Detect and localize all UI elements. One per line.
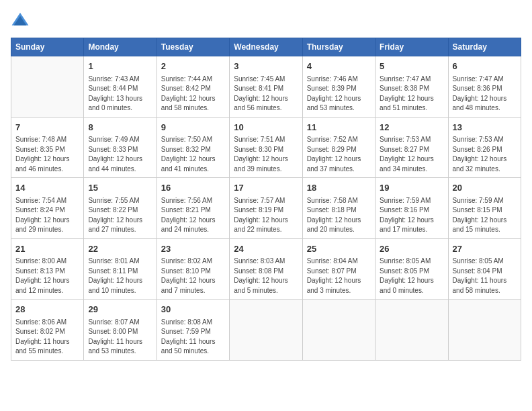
calendar-cell: 15Sunrise: 7:55 AMSunset: 8:22 PMDayligh… bbox=[84, 178, 157, 239]
day-number: 10 bbox=[234, 121, 298, 134]
day-info: Sunrise: 7:53 AMSunset: 8:27 PMDaylight:… bbox=[380, 135, 443, 174]
day-number: 6 bbox=[453, 60, 517, 73]
calendar-cell: 20Sunrise: 7:59 AMSunset: 8:15 PMDayligh… bbox=[448, 178, 521, 239]
calendar-week-row: 21Sunrise: 8:00 AMSunset: 8:13 PMDayligh… bbox=[11, 238, 521, 300]
day-info: Sunrise: 7:50 AMSunset: 8:32 PMDaylight:… bbox=[161, 135, 225, 174]
calendar-cell: 28Sunrise: 8:06 AMSunset: 8:02 PMDayligh… bbox=[11, 300, 84, 361]
day-number: 20 bbox=[453, 181, 517, 195]
calendar-cell: 18Sunrise: 7:58 AMSunset: 8:18 PMDayligh… bbox=[302, 178, 375, 239]
day-number: 11 bbox=[307, 121, 371, 134]
day-info: Sunrise: 7:59 AMSunset: 8:15 PMDaylight:… bbox=[453, 196, 517, 235]
weekday-header: Monday bbox=[84, 38, 157, 56]
logo-icon bbox=[11, 11, 30, 30]
day-info: Sunrise: 7:43 AMSunset: 8:44 PMDaylight:… bbox=[88, 75, 152, 113]
calendar-cell: 19Sunrise: 7:59 AMSunset: 8:16 PMDayligh… bbox=[375, 178, 448, 239]
day-number: 30 bbox=[161, 303, 225, 316]
day-number: 9 bbox=[161, 121, 225, 134]
day-info: Sunrise: 8:05 AMSunset: 8:04 PMDaylight:… bbox=[453, 257, 517, 295]
day-number: 17 bbox=[234, 181, 298, 195]
day-number: 2 bbox=[161, 60, 225, 73]
day-info: Sunrise: 7:48 AMSunset: 8:35 PMDaylight:… bbox=[15, 135, 79, 174]
day-number: 21 bbox=[15, 242, 79, 256]
calendar-cell: 14Sunrise: 7:54 AMSunset: 8:24 PMDayligh… bbox=[11, 178, 84, 239]
calendar-cell: 9Sunrise: 7:50 AMSunset: 8:32 PMDaylight… bbox=[157, 117, 229, 178]
calendar-cell: 17Sunrise: 7:57 AMSunset: 8:19 PMDayligh… bbox=[230, 178, 302, 239]
calendar-cell: 22Sunrise: 8:01 AMSunset: 8:11 PMDayligh… bbox=[84, 238, 157, 300]
calendar-cell: 11Sunrise: 7:52 AMSunset: 8:29 PMDayligh… bbox=[302, 117, 375, 178]
day-number: 29 bbox=[88, 303, 152, 316]
calendar-cell: 21Sunrise: 8:00 AMSunset: 8:13 PMDayligh… bbox=[11, 238, 84, 300]
day-number: 24 bbox=[234, 242, 298, 256]
day-number: 3 bbox=[234, 60, 298, 73]
calendar-cell: 24Sunrise: 8:03 AMSunset: 8:08 PMDayligh… bbox=[230, 238, 302, 300]
day-number: 5 bbox=[380, 60, 443, 73]
weekday-header: Saturday bbox=[448, 38, 521, 56]
calendar-cell: 2Sunrise: 7:44 AMSunset: 8:42 PMDaylight… bbox=[157, 56, 229, 118]
header-row: SundayMondayTuesdayWednesdayThursdayFrid… bbox=[11, 38, 521, 56]
calendar-cell: 1Sunrise: 7:43 AMSunset: 8:44 PMDaylight… bbox=[84, 56, 157, 118]
calendar-cell bbox=[11, 56, 84, 118]
day-number: 8 bbox=[88, 121, 152, 134]
weekday-header: Friday bbox=[375, 38, 448, 56]
day-info: Sunrise: 8:06 AMSunset: 8:02 PMDaylight:… bbox=[15, 318, 79, 357]
calendar-cell: 6Sunrise: 7:47 AMSunset: 8:36 PMDaylight… bbox=[448, 56, 521, 118]
calendar-cell: 23Sunrise: 8:02 AMSunset: 8:10 PMDayligh… bbox=[157, 238, 229, 300]
calendar-cell: 4Sunrise: 7:46 AMSunset: 8:39 PMDaylight… bbox=[302, 56, 375, 118]
logo bbox=[11, 11, 32, 30]
day-number: 27 bbox=[453, 242, 517, 256]
calendar-cell: 10Sunrise: 7:51 AMSunset: 8:30 PMDayligh… bbox=[230, 117, 302, 178]
weekday-header: Tuesday bbox=[157, 38, 229, 56]
calendar-cell: 30Sunrise: 8:08 AMSunset: 7:59 PMDayligh… bbox=[157, 300, 229, 361]
day-number: 16 bbox=[161, 181, 225, 195]
day-info: Sunrise: 7:54 AMSunset: 8:24 PMDaylight:… bbox=[15, 196, 79, 235]
day-info: Sunrise: 7:45 AMSunset: 8:41 PMDaylight:… bbox=[234, 75, 298, 113]
calendar-cell: 12Sunrise: 7:53 AMSunset: 8:27 PMDayligh… bbox=[375, 117, 448, 178]
weekday-header: Wednesday bbox=[230, 38, 302, 56]
day-number: 19 bbox=[380, 181, 443, 195]
calendar-cell: 3Sunrise: 7:45 AMSunset: 8:41 PMDaylight… bbox=[230, 56, 302, 118]
day-info: Sunrise: 7:59 AMSunset: 8:16 PMDaylight:… bbox=[380, 196, 443, 235]
calendar-cell: 26Sunrise: 8:05 AMSunset: 8:05 PMDayligh… bbox=[375, 238, 448, 300]
calendar-week-row: 7Sunrise: 7:48 AMSunset: 8:35 PMDaylight… bbox=[11, 117, 521, 178]
calendar-cell bbox=[375, 300, 448, 361]
day-info: Sunrise: 7:52 AMSunset: 8:29 PMDaylight:… bbox=[307, 135, 371, 174]
day-number: 25 bbox=[307, 242, 371, 256]
day-info: Sunrise: 8:07 AMSunset: 8:00 PMDaylight:… bbox=[88, 318, 152, 357]
day-info: Sunrise: 8:04 AMSunset: 8:07 PMDaylight:… bbox=[307, 257, 371, 295]
day-number: 22 bbox=[88, 242, 152, 256]
day-number: 7 bbox=[15, 121, 79, 134]
day-info: Sunrise: 8:02 AMSunset: 8:10 PMDaylight:… bbox=[161, 257, 225, 295]
calendar-cell bbox=[230, 300, 302, 361]
day-number: 13 bbox=[453, 121, 517, 134]
calendar-week-row: 28Sunrise: 8:06 AMSunset: 8:02 PMDayligh… bbox=[11, 300, 521, 361]
day-info: Sunrise: 7:55 AMSunset: 8:22 PMDaylight:… bbox=[88, 196, 152, 235]
day-info: Sunrise: 7:58 AMSunset: 8:18 PMDaylight:… bbox=[307, 196, 371, 235]
day-info: Sunrise: 8:05 AMSunset: 8:05 PMDaylight:… bbox=[380, 257, 443, 295]
day-number: 18 bbox=[307, 181, 371, 195]
day-number: 23 bbox=[161, 242, 225, 256]
day-info: Sunrise: 8:03 AMSunset: 8:08 PMDaylight:… bbox=[234, 257, 298, 295]
calendar-cell: 29Sunrise: 8:07 AMSunset: 8:00 PMDayligh… bbox=[84, 300, 157, 361]
calendar-cell: 27Sunrise: 8:05 AMSunset: 8:04 PMDayligh… bbox=[448, 238, 521, 300]
day-info: Sunrise: 7:53 AMSunset: 8:26 PMDaylight:… bbox=[453, 135, 517, 174]
day-info: Sunrise: 7:56 AMSunset: 8:21 PMDaylight:… bbox=[161, 196, 225, 235]
day-number: 28 bbox=[15, 303, 79, 316]
day-number: 14 bbox=[15, 181, 79, 195]
day-info: Sunrise: 8:00 AMSunset: 8:13 PMDaylight:… bbox=[15, 257, 79, 295]
day-info: Sunrise: 7:47 AMSunset: 8:38 PMDaylight:… bbox=[380, 75, 443, 113]
day-info: Sunrise: 7:44 AMSunset: 8:42 PMDaylight:… bbox=[161, 75, 225, 113]
weekday-header: Thursday bbox=[302, 38, 375, 56]
day-number: 1 bbox=[88, 60, 152, 73]
day-info: Sunrise: 7:49 AMSunset: 8:33 PMDaylight:… bbox=[88, 135, 152, 174]
calendar-cell bbox=[302, 300, 375, 361]
weekday-header: Sunday bbox=[11, 38, 84, 56]
day-number: 15 bbox=[88, 181, 152, 195]
calendar-week-row: 14Sunrise: 7:54 AMSunset: 8:24 PMDayligh… bbox=[11, 178, 521, 239]
calendar-cell bbox=[448, 300, 521, 361]
calendar-table: SundayMondayTuesdayWednesdayThursdayFrid… bbox=[11, 38, 521, 361]
calendar-cell: 13Sunrise: 7:53 AMSunset: 8:26 PMDayligh… bbox=[448, 117, 521, 178]
calendar-cell: 25Sunrise: 8:04 AMSunset: 8:07 PMDayligh… bbox=[302, 238, 375, 300]
calendar-cell: 7Sunrise: 7:48 AMSunset: 8:35 PMDaylight… bbox=[11, 117, 84, 178]
page-header bbox=[11, 11, 521, 30]
day-info: Sunrise: 7:57 AMSunset: 8:19 PMDaylight:… bbox=[234, 196, 298, 235]
